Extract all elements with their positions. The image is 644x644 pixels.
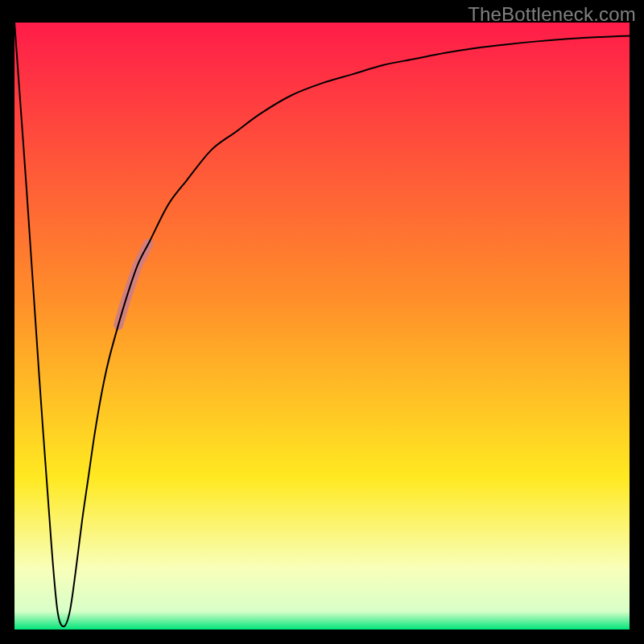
chart-svg xyxy=(14,23,630,630)
chart-frame: TheBottleneck.com xyxy=(0,0,644,644)
plot-area xyxy=(14,23,630,630)
watermark-text: TheBottleneck.com xyxy=(468,3,636,26)
gradient-background xyxy=(14,23,630,630)
